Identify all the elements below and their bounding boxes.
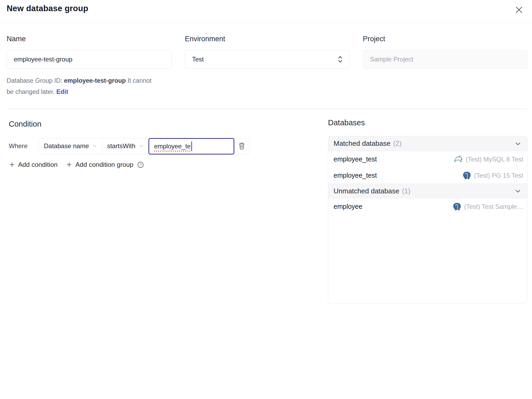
postgresql-icon [462, 171, 471, 180]
condition-value-input[interactable]: employee_te [148, 138, 234, 155]
matched-group-title: Matched database [334, 139, 390, 148]
close-icon [514, 5, 524, 15]
trash-icon [238, 142, 246, 150]
database-instance-label: (Test) PG 15 Test [474, 172, 523, 179]
id-help-prefix: Database Group ID: [7, 77, 64, 84]
condition-actions: Add condition Add condition group ? [9, 161, 312, 168]
dialog-header: New database group [0, 0, 532, 23]
matched-group-count: (2) [393, 139, 402, 148]
database-row: employee_test (Test) PG 15 Test [328, 167, 527, 184]
condition-expression: Database name startsWith employee_te [39, 138, 250, 154]
condition-operator-select[interactable]: startsWith [102, 138, 149, 154]
help-icon[interactable]: ? [137, 161, 144, 168]
project-field-group: Project Sample Project [363, 35, 527, 97]
group-id-value: employee-test-group [64, 77, 126, 84]
matched-group-header[interactable]: Matched database (2) [328, 136, 527, 151]
condition-row: Where Database name startsWith employee_… [9, 138, 312, 154]
name-input[interactable] [7, 50, 172, 69]
unmatched-group-title: Unmatched database [334, 187, 399, 195]
select-updown-icon [336, 55, 344, 64]
chevron-down-icon [92, 143, 98, 149]
form-row: Name Database Group ID: employee-test-gr… [7, 35, 527, 97]
delete-condition-button[interactable] [234, 138, 249, 154]
add-condition-label: Add condition [18, 161, 57, 168]
database-instance: (Test) Test Sample… [452, 202, 523, 211]
name-label: Name [7, 35, 172, 43]
new-database-group-dialog: New database group Name Database Group I… [0, 0, 532, 399]
chevron-down-icon [514, 187, 522, 195]
project-input: Sample Project [363, 50, 527, 69]
id-help-suffix-1: It cannot [126, 77, 152, 84]
section-divider [7, 109, 527, 109]
where-label: Where [9, 142, 39, 150]
condition-field-value: Database name [44, 142, 89, 150]
condition-operator-value: startsWith [107, 142, 135, 150]
database-instance: (Test) PG 15 Test [462, 171, 523, 180]
chevron-down-icon [138, 143, 144, 149]
plus-icon [66, 161, 72, 168]
project-label: Project [363, 35, 527, 43]
environment-field-group: Environment Test [185, 35, 350, 97]
database-name: employee [334, 203, 362, 210]
project-value: Sample Project [370, 56, 413, 63]
mysql-icon [454, 155, 463, 164]
svg-text:?: ? [140, 163, 142, 167]
add-condition-button[interactable]: Add condition [9, 161, 57, 168]
group-id-help: Database Group ID: employee-test-group I… [7, 75, 172, 97]
edit-link[interactable]: Edit [56, 88, 68, 95]
close-button[interactable] [512, 3, 526, 16]
environment-label: Environment [185, 35, 350, 43]
databases-heading: Databases [328, 118, 527, 127]
text-caret [191, 142, 192, 151]
unmatched-group-rows: employee (Test) Test Sample… [328, 198, 527, 215]
databases-section: Databases Matched database (2) employee_… [328, 118, 527, 304]
database-instance: (Test) MySQL 8 Test [454, 155, 523, 164]
id-help-suffix-2: be changed later. [7, 88, 56, 95]
environment-select[interactable]: Test [185, 50, 350, 69]
add-condition-group-button[interactable]: Add condition group [66, 161, 133, 168]
database-name: employee_test [334, 172, 377, 179]
question-circle-icon: ? [137, 161, 144, 168]
unmatched-group-count: (1) [402, 187, 410, 195]
condition-field-select[interactable]: Database name [39, 138, 102, 154]
name-field-group: Name Database Group ID: employee-test-gr… [7, 35, 172, 97]
environment-selected-value: Test [192, 56, 204, 63]
database-instance-label: (Test) Test Sample… [464, 203, 523, 210]
database-row: employee_test (Test) MySQL 8 Test [328, 151, 527, 167]
plus-icon [9, 161, 15, 168]
condition-value-text: employee_te [154, 143, 190, 150]
condition-section: Condition Where Database name startsWith [9, 120, 312, 168]
condition-heading: Condition [9, 120, 312, 128]
databases-panel: Matched database (2) employee_test (Tes [328, 136, 527, 304]
dialog-title: New database group [7, 4, 88, 13]
database-name: employee_test [334, 155, 377, 163]
database-row: employee (Test) Test Sample… [328, 198, 527, 215]
postgresql-icon [452, 202, 462, 211]
unmatched-group-header[interactable]: Unmatched database (1) [328, 184, 527, 198]
matched-group-rows: employee_test (Test) MySQL 8 Test employ… [328, 151, 527, 184]
database-instance-label: (Test) MySQL 8 Test [466, 156, 523, 163]
chevron-down-icon [514, 140, 522, 148]
add-condition-group-label: Add condition group [75, 161, 133, 168]
